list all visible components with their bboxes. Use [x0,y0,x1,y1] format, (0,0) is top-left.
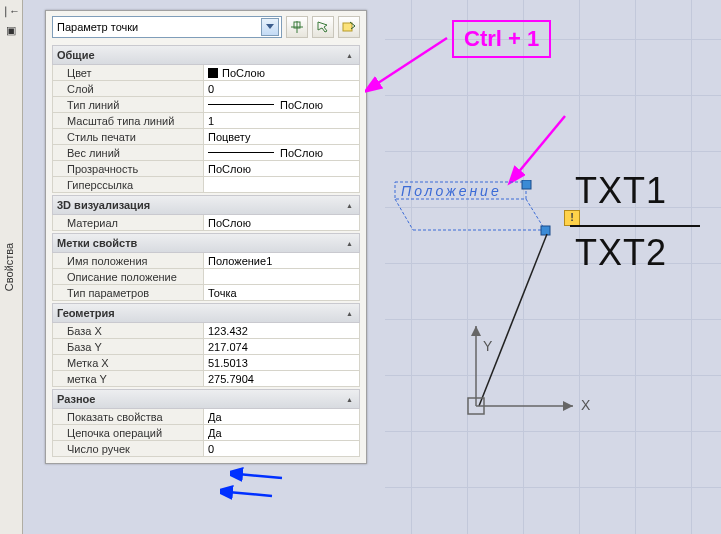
value-ltscale[interactable]: 1 [203,113,360,129]
position-label-text: Положение [401,183,502,199]
value-markx[interactable]: 51.5013 [203,355,360,371]
chevron-down-icon[interactable] [261,18,279,36]
section-header-3d[interactable]: 3D визуализация ▲ [52,195,360,215]
value-plotstyle[interactable]: Поцвету [203,129,360,145]
collapse-icon: ▲ [346,52,353,59]
collapse-icon: ▲ [346,202,353,209]
value-hyperlink[interactable] [203,177,360,193]
value-linetype[interactable]: ПоСлою [203,97,360,113]
section-header-misc[interactable]: Разное ▲ [52,389,360,409]
row-chain: Цепочка операцийДа [52,425,360,441]
row-posname: Имя положенияПоложение1 [52,253,360,269]
color-swatch-icon [208,68,218,78]
row-color: ЦветПоСлою [52,65,360,81]
object-type-value: Параметр точки [57,21,138,33]
row-basey: База Y217.074 [52,339,360,355]
warning-icon: ! [564,210,580,226]
row-marky: метка Y275.7904 [52,371,360,387]
row-transparency: ПрозрачностьПоСлою [52,161,360,177]
svg-line-8 [395,199,413,230]
value-marky[interactable]: 275.7904 [203,371,360,387]
svg-line-20 [228,492,272,496]
txt-divider [570,225,700,227]
section-header-tags[interactable]: Метки свойств ▲ [52,233,360,253]
quick-select-button[interactable] [286,16,308,38]
section-title-common: Общие [57,49,95,61]
txt1-label: TXT1 [575,170,667,212]
pick-add-button[interactable] [312,16,334,38]
value-transparency[interactable]: ПоСлою [203,161,360,177]
svg-line-9 [526,199,545,230]
value-posdesc[interactable] [203,269,360,285]
row-linetype: Тип линийПоСлою [52,97,360,113]
svg-line-19 [238,474,282,478]
panel-dock-strip: ∣← ▣ Свойства [0,0,23,534]
collapse-icon: ▲ [346,396,353,403]
object-type-selector[interactable]: Параметр точки [52,16,282,38]
annotation-arrow-grips [220,484,280,504]
value-basey[interactable]: 217.074 [203,339,360,355]
annotation-ctrl-1: Ctrl + 1 [452,20,551,58]
axis-y-label: Y [483,338,492,354]
value-lineweight[interactable]: ПоСлою [203,145,360,161]
section-header-common[interactable]: Общие ▲ [52,45,360,65]
row-hyperlink: Гиперссылка [52,177,360,193]
value-material[interactable]: ПоСлою [203,215,360,231]
row-lineweight: Вес линийПоСлою [52,145,360,161]
value-chain[interactable]: Да [203,425,360,441]
value-showprops[interactable]: Да [203,409,360,425]
collapse-icon: ▲ [346,310,353,317]
dock-hide-icon[interactable]: ▣ [3,22,19,38]
row-grips: Число ручек0 [52,441,360,457]
value-posname[interactable]: Положение1 [203,253,360,269]
section-title-tags: Метки свойств [57,237,137,249]
section-title-3d: 3D визуализация [57,199,150,211]
panel-title: Свойства [3,243,15,291]
value-layer[interactable]: 0 [203,81,360,97]
sections: Общие ▲ ЦветПоСлою Слой0 Тип линийПоСлою… [46,45,366,463]
drawing-canvas[interactable]: Ctrl + 1 Положение ! TXT1 TXT2 Y X [385,0,721,534]
value-grips[interactable]: 0 [203,441,360,457]
svg-marker-0 [266,24,274,29]
section-title-misc: Разное [57,393,95,405]
dock-pin-icon[interactable]: ∣← [3,3,19,19]
lineweight-preview-icon [208,152,274,153]
axis-x-label: X [581,397,590,413]
svg-line-13 [479,234,547,406]
value-color[interactable]: ПоСлою [203,65,360,81]
value-paramtype[interactable]: Точка [203,285,360,301]
row-layer: Слой0 [52,81,360,97]
linetype-preview-icon [208,104,274,105]
svg-marker-18 [471,326,481,336]
annotation-arrow-chain [230,466,290,486]
row-showprops: Показать свойстваДа [52,409,360,425]
row-posdesc: Описание положение [52,269,360,285]
svg-rect-11 [522,180,531,189]
svg-rect-4 [343,23,352,31]
svg-marker-16 [563,401,573,411]
section-header-geom[interactable]: Геометрия ▲ [52,303,360,323]
collapse-icon: ▲ [346,240,353,247]
toggle-pim-button[interactable] [338,16,360,38]
value-basex[interactable]: 123.432 [203,323,360,339]
row-material: МатериалПоСлою [52,215,360,231]
row-basex: База X123.432 [52,323,360,339]
row-paramtype: Тип параметровТочка [52,285,360,301]
panel-toolbar: Параметр точки [46,11,366,43]
section-title-geom: Геометрия [57,307,115,319]
row-markx: Метка X51.5013 [52,355,360,371]
properties-panel: Параметр точки Общие ▲ ЦветПоСлою Слой0 … [45,10,367,464]
row-plotstyle: Стиль печатиПоцвету [52,129,360,145]
row-ltscale: Масштаб типа линий1 [52,113,360,129]
